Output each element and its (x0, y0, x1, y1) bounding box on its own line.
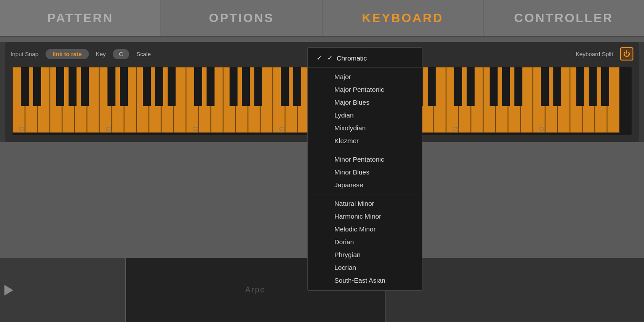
svg-rect-76 (514, 67, 522, 106)
svg-rect-8 (21, 67, 29, 106)
svg-rect-33 (261, 67, 272, 133)
scale-option-minor-blues[interactable]: Minor Blues (308, 166, 422, 178)
svg-rect-75 (502, 67, 510, 106)
svg-rect-71 (521, 67, 533, 133)
svg-rect-22 (120, 67, 128, 106)
svg-rect-74 (490, 67, 498, 106)
svg-rect-36 (230, 67, 238, 106)
scale-option-melodic-minor[interactable]: Melodic Minor (308, 223, 422, 235)
svg-rect-59 (434, 67, 446, 133)
key-label: Key (96, 51, 106, 57)
svg-rect-86 (553, 67, 561, 106)
bottom-left-panel (0, 258, 126, 322)
input-snap-value[interactable]: link to rate (46, 49, 89, 59)
dropdown-divider-3 (308, 194, 422, 194)
octave-5: C5 (446, 67, 533, 133)
svg-rect-11 (69, 67, 77, 106)
tab-controller[interactable]: CONTROLLER (483, 0, 644, 36)
svg-rect-37 (242, 67, 250, 106)
scale-option-phrygian[interactable]: Phrygian (308, 248, 422, 261)
scale-option-natural-minor[interactable]: Natural Minor (308, 197, 422, 210)
scale-option-japanese[interactable]: Japanese (308, 178, 422, 191)
svg-rect-23 (143, 67, 151, 106)
svg-rect-9 (33, 67, 41, 106)
scale-option-chromatic[interactable]: ✓ Chromatic (308, 51, 422, 64)
svg-text:C3: C3 (279, 126, 285, 132)
svg-rect-35 (207, 67, 215, 106)
svg-rect-21 (107, 67, 115, 106)
svg-rect-87 (576, 67, 584, 106)
keyboard-split-label: Keyboard Split (575, 51, 613, 57)
scale-dropdown: ✓ Chromatic Major Major Pentatonic Major… (307, 47, 422, 291)
input-snap-label: Input Snap (11, 51, 38, 57)
scale-option-major-blues[interactable]: Major Blues (308, 96, 422, 109)
svg-rect-47 (281, 67, 289, 106)
svg-rect-25 (168, 67, 176, 106)
svg-rect-72 (454, 67, 462, 106)
svg-text:C5: C5 (452, 126, 459, 132)
octave-6: C6 (533, 67, 619, 133)
octave-1: C1 (100, 67, 186, 133)
octave-0: C0 (13, 67, 99, 133)
scale-option-major[interactable]: Major (308, 70, 422, 83)
svg-rect-24 (155, 67, 163, 106)
svg-rect-34 (194, 67, 202, 106)
svg-rect-20 (174, 67, 186, 133)
svg-rect-64 (428, 67, 436, 106)
dropdown-divider-1 (308, 67, 422, 68)
svg-rect-84 (607, 67, 619, 133)
arpeggio-label: Arpe (245, 285, 265, 295)
scale-label: Scale (136, 51, 151, 57)
bottom-right-panel (386, 258, 644, 322)
tab-options[interactable]: OPTIONS (161, 0, 322, 36)
scale-option-lydian[interactable]: Lydian (308, 109, 422, 121)
keyboard-split-toggle[interactable]: ⏻ (620, 47, 633, 61)
svg-rect-12 (81, 67, 89, 106)
svg-text:C6: C6 (539, 126, 545, 132)
svg-rect-48 (293, 67, 301, 106)
scale-option-minor-pentatonic[interactable]: Minor Pentatonic (308, 153, 422, 166)
scale-option-klezmer[interactable]: Klezmer (308, 134, 422, 147)
svg-rect-7 (87, 67, 99, 133)
scale-option-south-east-asian[interactable]: South-East Asian (308, 274, 422, 287)
scale-option-dorian[interactable]: Dorian (308, 235, 422, 248)
tab-pattern[interactable]: PATTERN (0, 0, 161, 36)
checkmark-icon: ✓ (327, 54, 333, 62)
svg-rect-89 (601, 67, 609, 106)
svg-text:C1: C1 (106, 126, 112, 132)
key-value[interactable]: C (113, 49, 129, 59)
svg-text:C0: C0 (19, 126, 25, 132)
svg-rect-88 (589, 67, 597, 106)
svg-rect-10 (56, 67, 64, 106)
svg-rect-73 (467, 67, 475, 106)
svg-rect-85 (541, 67, 549, 106)
scale-option-major-pentatonic[interactable]: Major Pentatonic (308, 83, 422, 96)
scale-option-mixolydian[interactable]: Mixolydian (308, 121, 422, 134)
dropdown-divider-2 (308, 150, 422, 150)
top-navigation: PATTERN OPTIONS KEYBOARD CONTROLLER (0, 0, 644, 37)
scale-option-harmonic-minor[interactable]: Harmonic Minor (308, 210, 422, 223)
octave-2: C2 (186, 67, 272, 133)
svg-text:C2: C2 (192, 126, 199, 132)
svg-rect-38 (254, 67, 262, 106)
scale-option-locrian[interactable]: Locrian (308, 261, 422, 274)
tab-keyboard[interactable]: KEYBOARD (322, 0, 483, 36)
play-button[interactable] (4, 285, 13, 295)
